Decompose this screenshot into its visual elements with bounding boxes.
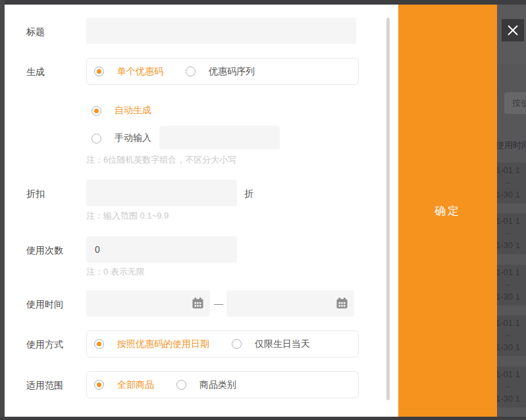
confirm-button[interactable]: 确定	[398, 5, 497, 417]
row-separator: ~	[506, 177, 526, 190]
close-button[interactable]	[502, 19, 524, 41]
date-start-input[interactable]	[86, 290, 210, 317]
row-end-date: 1-30 1	[497, 240, 526, 252]
usage-count-label: 使用次数	[26, 245, 63, 257]
radio-coupon-series[interactable]: 优惠码序列	[186, 66, 255, 78]
table-row: 1-01 1 ~ 1-30 1	[497, 163, 526, 203]
row-end-date: 1-30 1	[497, 291, 526, 303]
radio-icon	[92, 106, 101, 116]
title-input[interactable]	[86, 18, 356, 44]
discount-note: 注：输入范围 0.1~9.9	[86, 210, 169, 222]
coupon-form-modal: 标题 生成 单个优惠码 优惠码序列 自动生成 手动输入	[5, 5, 398, 417]
radio-label: 仅限生日当天	[255, 338, 310, 350]
discount-suffix: 折	[244, 188, 253, 200]
title-label: 标题	[26, 26, 45, 38]
row-start-date: 1-01 1	[497, 267, 526, 279]
discount-input[interactable]	[86, 180, 237, 206]
radio-label: 单个优惠码	[117, 66, 163, 78]
usage-count-input[interactable]	[86, 236, 237, 263]
radio-icon	[92, 134, 101, 144]
row-separator: ~	[506, 228, 526, 240]
table-row: 1-01 1 ~ 1-30 1	[497, 265, 526, 305]
radio-label: 按照优惠码的使用日期	[117, 338, 209, 350]
radio-icon	[94, 380, 104, 390]
row-end-date: 1-30 1	[497, 393, 526, 406]
background-page: 按使 使用时间 1-01 1 ~ 1-30 1 1-01 1 ~ 1-30 1 …	[497, 5, 526, 417]
overlay-edge-left	[0, 0, 5, 420]
background-column-header: 使用时间	[497, 140, 526, 151]
calendar-icon	[336, 297, 348, 309]
radio-all-products[interactable]: 全部商品	[94, 379, 154, 391]
background-filter-button: 按使	[504, 92, 526, 114]
radio-by-coupon-date[interactable]: 按照优惠码的使用日期	[94, 338, 209, 350]
row-start-date: 1-01 1	[497, 369, 526, 381]
radio-birthday-only[interactable]: 仅限生日当天	[232, 338, 310, 350]
row-start-date: 1-01 1	[497, 215, 526, 228]
row-end-date: 1-30 1	[497, 189, 526, 201]
overlay-edge-top	[0, 0, 526, 5]
radio-label: 全部商品	[117, 379, 154, 391]
radio-icon	[176, 380, 186, 390]
generate-mode-auto-row: 自动生成	[92, 105, 151, 117]
usage-count-note: 注：0 表示无限	[86, 266, 145, 278]
row-separator: ~	[506, 381, 526, 394]
generate-label: 生成	[26, 66, 45, 78]
calendar-icon	[192, 297, 204, 309]
date-end-input[interactable]	[226, 290, 354, 317]
date-range-separator: —	[211, 290, 226, 317]
discount-label: 折扣	[26, 188, 45, 200]
usage-time-label: 使用时间	[26, 299, 63, 311]
radio-icon	[94, 339, 104, 349]
row-separator: ~	[506, 279, 526, 292]
close-icon	[506, 24, 519, 37]
row-start-date: 1-01 1	[497, 165, 526, 177]
scope-label: 适用范围	[26, 380, 63, 392]
usage-method-group: 按照优惠码的使用日期 仅限生日当天	[86, 330, 359, 357]
coupon-dialog-screen: 按使 使用时间 1-01 1 ~ 1-30 1 1-01 1 ~ 1-30 1 …	[0, 0, 526, 420]
table-row: 1-01 1 ~ 1-30 1	[497, 315, 526, 356]
generate-type-group: 单个优惠码 优惠码序列	[86, 58, 359, 85]
scope-group: 全部商品 商品类别	[86, 371, 359, 398]
radio-label: 优惠码序列	[209, 66, 255, 78]
radio-single-coupon[interactable]: 单个优惠码	[94, 66, 163, 78]
row-separator: ~	[506, 330, 526, 342]
radio-manual-input[interactable]: 手动输入	[92, 132, 151, 144]
table-row: 1-01 1 ~ 1-30 1	[497, 213, 526, 254]
table-row: 1-01 1 ~ 1-30 1	[497, 367, 526, 407]
manual-code-input[interactable]	[159, 126, 280, 149]
radio-icon	[232, 339, 242, 349]
row-start-date: 1-01 1	[497, 317, 526, 330]
usage-method-label: 使用方式	[26, 339, 63, 351]
radio-label: 自动生成	[115, 105, 151, 117]
radio-auto-generate[interactable]: 自动生成	[92, 105, 151, 117]
overlay-edge-bottom	[0, 417, 526, 420]
generate-note: 注：6位随机英数字组合，不区分大小写	[86, 154, 236, 166]
radio-label: 商品类别	[199, 379, 236, 391]
radio-icon	[186, 66, 196, 76]
radio-product-category[interactable]: 商品类别	[176, 379, 236, 391]
radio-icon	[94, 66, 104, 76]
generate-mode-manual-row: 手动输入	[92, 132, 151, 144]
radio-label: 手动输入	[115, 132, 151, 144]
modal-scrollbar[interactable]	[386, 18, 390, 400]
row-end-date: 1-30 1	[497, 342, 526, 354]
